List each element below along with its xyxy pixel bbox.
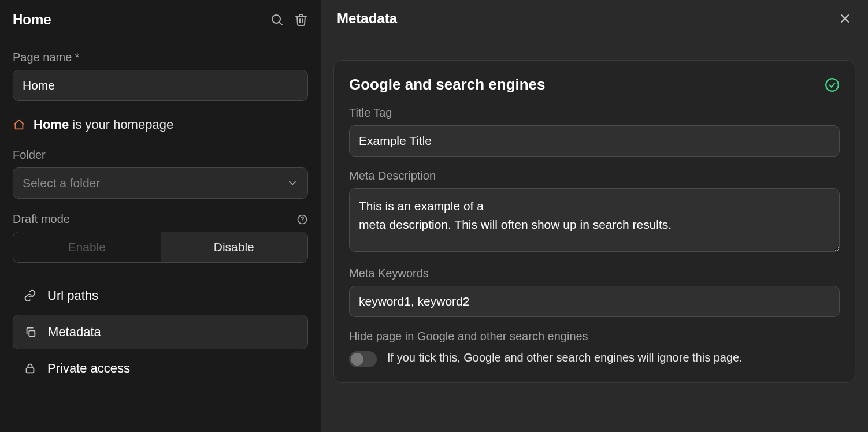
meta-keywords-input[interactable] (349, 286, 840, 317)
page-name-label: Page name * (13, 51, 308, 64)
check-circle-icon (825, 77, 840, 92)
nav-item-metadata[interactable]: Metadata (13, 315, 308, 349)
hide-page-description: If you tick this, Google and other searc… (387, 349, 743, 366)
meta-desc-group: Meta Description (349, 169, 840, 254)
hide-page-toggle[interactable] (349, 351, 377, 367)
nav-item-url-paths[interactable]: Url paths (13, 279, 308, 312)
title-tag-label: Title Tag (349, 106, 840, 120)
right-header: Metadata (321, 0, 868, 37)
hide-page-label: Hide page in Google and other search eng… (349, 330, 840, 343)
left-header: Home (13, 12, 308, 28)
homepage-name: Home (34, 117, 69, 132)
home-icon (13, 118, 25, 131)
hide-page-row: If you tick this, Google and other searc… (349, 349, 840, 367)
right-panel: Metadata Google and search engines Title… (321, 0, 868, 432)
page-title: Home (13, 12, 51, 28)
homepage-text: Home is your homepage (34, 117, 173, 132)
meta-desc-input[interactable] (349, 188, 840, 252)
draft-mode-segment: Enable Disable (13, 232, 308, 263)
lock-icon (23, 362, 37, 375)
folder-select[interactable]: Select a folder (13, 167, 308, 199)
disable-button[interactable]: Disable (161, 232, 308, 262)
hide-page-group: Hide page in Google and other search eng… (349, 330, 840, 367)
svg-point-8 (826, 79, 839, 91)
right-body: Google and search engines Title Tag Meta… (321, 37, 868, 396)
meta-keywords-label: Meta Keywords (349, 267, 840, 280)
seo-card: Google and search engines Title Tag Meta… (333, 60, 855, 383)
help-icon[interactable] (296, 214, 308, 225)
meta-desc-label: Meta Description (349, 169, 840, 183)
close-icon[interactable] (838, 12, 852, 25)
search-icon[interactable] (270, 13, 284, 27)
folder-label: Folder (13, 148, 308, 162)
page-name-input[interactable] (13, 70, 308, 101)
right-panel-title: Metadata (337, 10, 397, 27)
homepage-note: Home is your homepage (13, 117, 308, 132)
svg-point-3 (302, 221, 302, 222)
nav-label-metadata: Metadata (48, 325, 101, 340)
draft-mode-header: Draft mode (13, 213, 308, 226)
nav-list: Url paths Metadata Private access (13, 279, 308, 385)
svg-rect-4 (29, 330, 35, 336)
homepage-suffix: is your homepage (69, 117, 173, 132)
header-icons (270, 13, 308, 27)
svg-rect-5 (27, 368, 34, 373)
meta-keywords-group: Meta Keywords (349, 267, 840, 317)
title-tag-group: Title Tag (349, 106, 840, 157)
chevron-down-icon (287, 177, 298, 189)
title-tag-input[interactable] (349, 125, 840, 157)
nav-label-url-paths: Url paths (47, 288, 98, 303)
nav-item-private-access[interactable]: Private access (13, 352, 308, 385)
nav-label-private-access: Private access (47, 361, 130, 376)
left-panel: Home Page name * Home is your homepage F… (0, 0, 321, 432)
draft-mode-label: Draft mode (13, 213, 70, 226)
card-title: Google and search engines (349, 76, 546, 94)
trash-icon[interactable] (294, 13, 308, 27)
copy-icon (24, 326, 38, 338)
svg-line-1 (279, 22, 282, 25)
folder-placeholder: Select a folder (23, 176, 100, 190)
card-header: Google and search engines (349, 76, 840, 94)
enable-button[interactable]: Enable (13, 232, 161, 262)
link-icon (23, 289, 37, 302)
toggle-knob (351, 353, 363, 366)
